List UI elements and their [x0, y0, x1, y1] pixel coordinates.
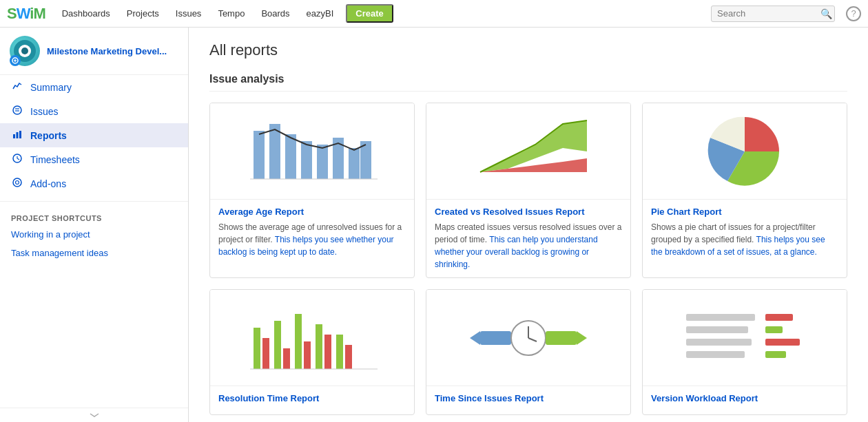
search-input[interactable] — [717, 8, 820, 19]
svg-rect-32 — [345, 345, 352, 369]
svg-rect-41 — [686, 314, 755, 321]
report-thumbnail-pie-chart — [643, 103, 847, 200]
svg-rect-25 — [274, 321, 281, 369]
svg-line-38 — [528, 338, 537, 341]
report-card-average-age[interactable]: Average Age Report Shows the average age… — [209, 103, 415, 278]
report-info-resolution-time: Resolution Time Report — [210, 386, 414, 414]
report-card-pie-chart[interactable]: Pie Chart Report Shows a pie chart of is… — [642, 103, 847, 278]
report-info-version-workload: Version Workload Report — [643, 386, 847, 414]
sidebar-item-summary[interactable]: Summary — [0, 75, 188, 99]
shortcut-working-in-project[interactable]: Working in a project — [0, 225, 188, 244]
svg-rect-30 — [324, 335, 331, 369]
report-name-resolution-time[interactable]: Resolution Time Report — [218, 393, 406, 403]
svg-rect-34 — [480, 331, 511, 345]
nav-boards[interactable]: Boards — [254, 0, 296, 28]
svg-rect-7 — [17, 132, 19, 138]
sidebar-label-timesheets: Timesheets — [30, 154, 80, 165]
report-card-created-resolved[interactable]: Created vs Resolved Issues Report Maps c… — [426, 103, 631, 278]
svg-rect-16 — [317, 145, 328, 179]
report-name-version-workload[interactable]: Version Workload Report — [651, 393, 838, 403]
report-thumbnail-version-workload — [643, 290, 847, 386]
svg-rect-44 — [765, 326, 783, 333]
search-icon: 🔍 — [820, 8, 832, 19]
sidebar-label-addons: Add-ons — [30, 178, 66, 189]
sidebar-item-addons[interactable]: Add-ons — [0, 171, 188, 196]
sidebar-label-reports: Reports — [30, 130, 67, 141]
sidebar-label-issues: Issues — [30, 106, 58, 117]
svg-rect-48 — [765, 351, 786, 358]
svg-rect-39 — [546, 331, 577, 345]
sidebar-item-issues[interactable]: Issues — [0, 99, 188, 123]
help-button[interactable]: ? — [846, 6, 861, 21]
svg-rect-24 — [262, 338, 269, 369]
nav-tempo[interactable]: Tempo — [211, 0, 251, 28]
sidebar-item-reports[interactable]: Reports — [0, 123, 188, 147]
logo[interactable]: SWiM — [7, 5, 45, 23]
report-info-pie-chart: Pie Chart Report Shows a pie chart of is… — [643, 200, 847, 265]
nav-issues[interactable]: Issues — [169, 0, 209, 28]
project-header[interactable]: Milestone Marketing Devel... — [0, 28, 188, 75]
report-thumbnail-average-age — [210, 103, 414, 200]
report-desc-created-resolved: Maps created issues versus resolved issu… — [435, 221, 622, 271]
summary-icon — [11, 81, 23, 94]
top-navigation: SWiM Dashboards Projects Issues Tempo Bo… — [0, 0, 868, 28]
report-name-average-age[interactable]: Average Age Report — [218, 207, 406, 217]
report-desc-average-age: Shows the average age of unresolved issu… — [218, 221, 406, 258]
report-thumbnail-resolution-time — [210, 290, 414, 386]
search-box[interactable]: 🔍 — [711, 6, 835, 22]
svg-rect-45 — [686, 339, 752, 346]
report-name-pie-chart[interactable]: Pie Chart Report — [651, 207, 838, 217]
main-content: All reports Issue analysis — [189, 28, 868, 422]
addons-icon — [11, 177, 23, 190]
timesheets-icon — [11, 153, 23, 166]
sidebar: Milestone Marketing Devel... Summary Iss… — [0, 28, 189, 422]
report-thumbnail-time-since — [426, 290, 630, 386]
svg-rect-42 — [765, 314, 793, 321]
logo-text: SWiM — [7, 5, 45, 23]
svg-rect-12 — [254, 131, 265, 179]
svg-marker-40 — [577, 331, 587, 345]
sidebar-item-timesheets[interactable]: Timesheets — [0, 147, 188, 171]
svg-marker-35 — [470, 331, 480, 345]
svg-rect-26 — [283, 348, 290, 369]
nav-eazybi[interactable]: eazyBI — [300, 0, 341, 28]
report-info-average-age: Average Age Report Shows the average age… — [210, 200, 414, 265]
svg-rect-28 — [304, 341, 311, 369]
project-avatar — [10, 36, 40, 66]
svg-rect-6 — [13, 134, 15, 138]
shortcut-task-management[interactable]: Task management ideas — [0, 244, 188, 262]
report-name-created-resolved[interactable]: Created vs Resolved Issues Report — [435, 207, 622, 217]
main-layout: Milestone Marketing Devel... Summary Iss… — [0, 28, 868, 422]
report-name-time-since[interactable]: Time Since Issues Report — [435, 393, 622, 403]
svg-rect-31 — [336, 335, 343, 369]
report-card-time-since[interactable]: Time Since Issues Report — [426, 289, 631, 415]
reports-grid: Average Age Report Shows the average age… — [209, 103, 847, 415]
nav-dashboards[interactable]: Dashboards — [55, 0, 117, 28]
section-title-issue-analysis: Issue analysis — [209, 73, 847, 92]
create-button[interactable]: Create — [346, 4, 393, 23]
reports-icon — [11, 129, 23, 142]
report-card-resolution-time[interactable]: Resolution Time Report — [209, 289, 415, 415]
svg-point-10 — [13, 178, 21, 187]
nav-projects[interactable]: Projects — [120, 0, 166, 28]
sidebar-collapse-button[interactable] — [0, 408, 188, 422]
svg-rect-23 — [254, 328, 260, 369]
project-badge-icon — [10, 55, 21, 66]
report-info-created-resolved: Created vs Resolved Issues Report Maps c… — [426, 200, 630, 277]
issues-icon — [11, 105, 23, 118]
shortcuts-section-title: PROJECT SHORTCUTS — [0, 207, 188, 225]
page-title: All reports — [209, 41, 847, 59]
svg-point-3 — [13, 106, 21, 114]
report-info-time-since: Time Since Issues Report — [426, 386, 630, 414]
svg-rect-14 — [285, 134, 296, 179]
svg-rect-15 — [301, 141, 312, 179]
sidebar-label-summary: Summary — [30, 82, 72, 93]
report-card-version-workload[interactable]: Version Workload Report — [642, 289, 847, 415]
svg-point-11 — [16, 181, 19, 184]
report-thumbnail-created-resolved — [426, 103, 630, 200]
report-desc-pie-chart: Shows a pie chart of issues for a projec… — [651, 221, 838, 258]
svg-rect-29 — [316, 324, 322, 369]
svg-rect-8 — [19, 131, 21, 138]
project-name: Milestone Marketing Devel... — [47, 46, 167, 56]
svg-rect-18 — [349, 148, 360, 179]
